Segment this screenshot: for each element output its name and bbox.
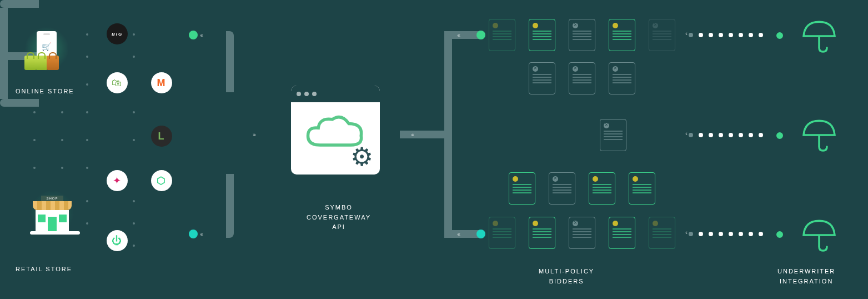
grid-dot xyxy=(33,111,36,113)
policy-card-rejected xyxy=(549,172,575,205)
grid-dot xyxy=(33,167,36,169)
policy-card-rejected xyxy=(609,62,635,94)
pipe-left-bot-vert xyxy=(226,174,234,238)
policy-card xyxy=(489,19,515,51)
pipe-left-mid-vtop xyxy=(0,8,8,52)
endpoint-left-bot xyxy=(189,230,198,238)
grid-dot xyxy=(86,200,88,202)
magento-icon: M xyxy=(151,72,172,93)
policy-card xyxy=(609,217,635,249)
pipe-left-bot xyxy=(0,99,39,107)
chevron-icon: ››› xyxy=(253,132,255,138)
api-gateway-icon: ⚙ xyxy=(291,86,385,186)
chevron-icon: ‹‹‹ xyxy=(200,231,202,237)
grid-dot xyxy=(61,139,63,141)
grid-dot xyxy=(133,56,135,58)
pipe-left-top xyxy=(0,0,39,8)
grid-dot xyxy=(86,33,88,36)
bigcommerce-icon: BIG xyxy=(107,23,128,44)
connector-to-underwriter-mid: ‹‹‹ xyxy=(689,133,777,137)
connector-end-icon xyxy=(776,132,783,139)
connector-end-icon xyxy=(776,32,783,39)
platform-plug-icon: ⏻ xyxy=(107,230,128,251)
pipe-left-top-vert xyxy=(226,31,234,92)
policy-card-rejected xyxy=(569,62,595,94)
umbrella-icon xyxy=(800,116,839,155)
grid-dot xyxy=(133,222,135,225)
grid-dot xyxy=(61,111,63,113)
policy-card xyxy=(529,217,555,249)
grid-dot xyxy=(86,222,88,225)
online-store-label: ONLINE STORE xyxy=(16,88,74,94)
policy-card xyxy=(589,172,615,205)
policy-card xyxy=(489,217,515,249)
chevron-icon: ‹‹‹ xyxy=(200,32,202,38)
grid-dot xyxy=(86,167,88,169)
policy-card xyxy=(609,19,635,51)
policy-card xyxy=(629,172,655,205)
prestashop-icon: ✦ xyxy=(107,170,128,191)
grid-dot xyxy=(133,139,135,141)
policy-card xyxy=(649,217,675,249)
chevron-icon: ‹‹‹ xyxy=(457,231,459,237)
grid-dot xyxy=(61,167,63,169)
grid-dot xyxy=(86,83,88,86)
chevron-icon: ‹‹‹ xyxy=(457,32,459,38)
endpoint-right-bot xyxy=(476,230,485,238)
underwriter-label: UNDERWRITER INTEGRATION xyxy=(777,267,835,286)
endpoint-left-top xyxy=(189,31,198,39)
pipe-center-to-right xyxy=(400,131,450,138)
shop-sign: SHOP xyxy=(41,196,63,201)
grid-dot xyxy=(86,139,88,141)
policy-card xyxy=(509,172,535,205)
policy-card-rejected xyxy=(649,19,675,51)
policy-card-rejected xyxy=(529,62,555,94)
connector-to-underwriter-bot: ‹‹‹ xyxy=(689,232,777,236)
platform-chain-icon: ⬡ xyxy=(151,170,172,191)
retail-store-label: RETAIL STORE xyxy=(16,266,72,272)
policy-card-rejected xyxy=(569,217,595,249)
api-label: SYMBO COVERGATEWAY API xyxy=(303,203,375,232)
online-store-icon: 🛒 xyxy=(24,27,69,71)
retail-store-icon: SHOP xyxy=(24,190,80,246)
umbrella-icon xyxy=(800,17,839,56)
grid-dot xyxy=(86,111,88,113)
grid-dot xyxy=(133,111,135,113)
umbrella-icon xyxy=(800,216,839,255)
pipe-right-vert xyxy=(444,31,452,238)
policy-card xyxy=(529,19,555,51)
shopify-icon: 🛍 xyxy=(107,72,128,93)
policy-card-rejected xyxy=(600,119,626,151)
pipe-left-mid-vbot xyxy=(0,60,8,99)
chevron-icon: ‹‹‹ xyxy=(411,132,413,138)
grid-dot xyxy=(33,139,36,141)
platform-leaf-icon: L xyxy=(151,126,172,147)
connector-to-underwriter-top: ‹‹‹ xyxy=(689,33,777,37)
policy-card-rejected xyxy=(569,19,595,51)
grid-dot xyxy=(133,245,135,247)
grid-dot xyxy=(133,33,135,36)
bidders-label: MULTI-POLICY BIDDERS xyxy=(539,267,594,286)
endpoint-right-top xyxy=(476,31,485,39)
grid-dot xyxy=(133,200,135,202)
grid-dot xyxy=(86,56,88,58)
connector-end-icon xyxy=(776,231,783,238)
